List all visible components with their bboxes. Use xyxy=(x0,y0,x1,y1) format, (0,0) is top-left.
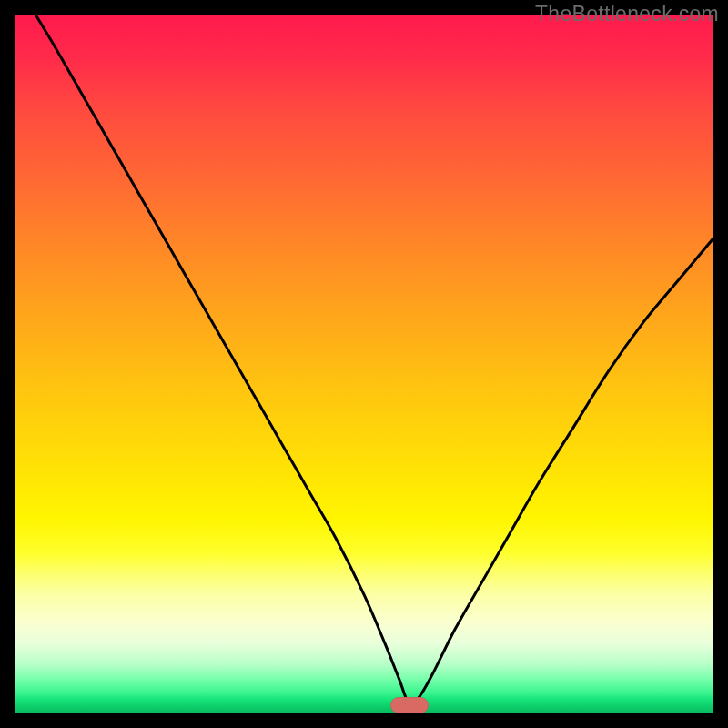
chart-frame: TheBottleneck.com xyxy=(0,0,728,728)
watermark-text: TheBottleneck.com xyxy=(535,2,719,26)
bottleneck-curve xyxy=(35,15,713,705)
curve-layer xyxy=(15,15,713,713)
plot-area xyxy=(15,15,713,713)
optimum-marker xyxy=(390,697,429,713)
